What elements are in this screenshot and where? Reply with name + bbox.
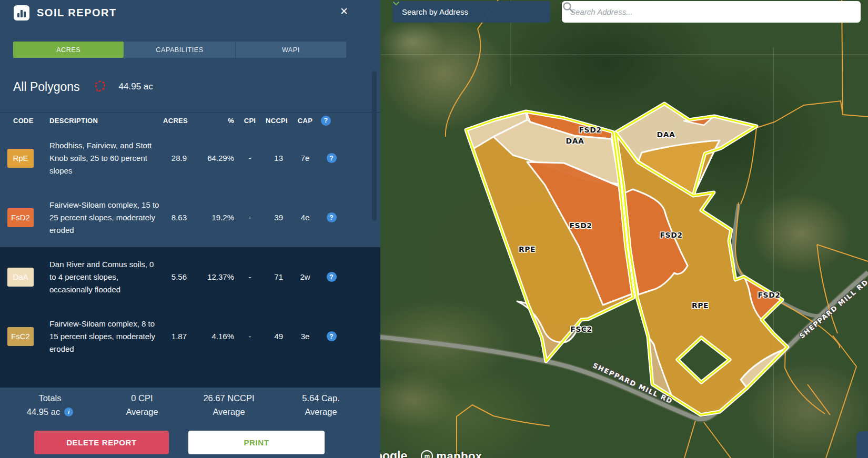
- tab-bar: ACRESCAPABILITIESWAPI: [13, 42, 346, 58]
- soil-polygon-left: [466, 111, 633, 361]
- all-polygons-row[interactable]: All Polygons 44.95 ac: [13, 74, 153, 100]
- search-icon[interactable]: [562, 1, 574, 14]
- totals-row: Totals 44.95 ac i 0 CPIAverage 26.67 NCC…: [0, 388, 380, 419]
- tab-capabilities[interactable]: CAPABILITIES: [124, 42, 235, 58]
- map-soil-label-daa: DAA: [566, 137, 584, 145]
- map-control-button[interactable]: [856, 431, 868, 458]
- all-polygons-acreage: 44.95 ac: [119, 82, 153, 92]
- table-row-FsC2[interactable]: FsC2Fairview-Siloam complex, 8 to 15 per…: [0, 307, 380, 366]
- cell-cap: 7e: [289, 154, 321, 162]
- close-icon[interactable]: ✕: [340, 6, 348, 17]
- cap-help-icon[interactable]: ?: [321, 116, 331, 126]
- col-header-acres: ACRES: [163, 117, 187, 125]
- panel-header: SOIL REPORT ✕: [0, 0, 380, 32]
- map-soil-label-fsd2: FSD2: [660, 231, 682, 239]
- map-soil-label-fsc2: FSC2: [570, 325, 592, 333]
- table-row-RpE[interactable]: RpERhodhiss, Fairview, and Stott Knob so…: [0, 128, 380, 188]
- search-type-label: Search by Address: [402, 7, 468, 16]
- cell-description: Dan River and Comus soils, 0 to 4 percen…: [34, 258, 163, 296]
- cell-cpi: -: [234, 213, 266, 222]
- soil-code-badge: FsD2: [7, 208, 34, 227]
- cell-cpi: -: [234, 272, 266, 281]
- cell-acres: 1.87: [163, 332, 187, 341]
- map-overlay: FSD2DAADAAFSD2FSD2RPERPEFSC2FSD2 SHEPPAR…: [380, 0, 868, 458]
- col-header-description: DESCRIPTION: [34, 117, 163, 125]
- row-help-icon[interactable]: ?: [327, 212, 337, 222]
- soil-report-panel: SOIL REPORT ✕ ACRESCAPABILITIESWAPI All …: [0, 0, 380, 458]
- col-header-code: CODE: [0, 117, 34, 125]
- cell-percent: 19.2%: [187, 213, 234, 222]
- totals-nccpi: 26.67 NCCPIAverage: [184, 392, 274, 419]
- cell-cpi: -: [234, 332, 266, 341]
- cell-nccpi: 13: [266, 154, 289, 162]
- soil-code-badge: FsC2: [7, 327, 34, 346]
- col-header-cpi: CPI: [234, 117, 266, 125]
- table-filler: [0, 366, 380, 388]
- cell-acres: 5.56: [163, 272, 187, 281]
- print-button[interactable]: PRINT: [188, 431, 325, 454]
- delete-report-button[interactable]: DELETE REPORT: [34, 431, 169, 454]
- col-header-cap: CAP: [289, 117, 321, 125]
- panel-footer: Totals 44.95 ac i 0 CPIAverage 26.67 NCC…: [0, 388, 380, 458]
- cell-cap: 3e: [289, 332, 321, 341]
- tab-acres[interactable]: ACRES: [13, 42, 124, 58]
- cell-percent: 12.37%: [187, 272, 234, 281]
- map-soil-label-rpe: RPE: [519, 245, 536, 253]
- cell-percent: 64.29%: [187, 154, 234, 162]
- map-soil-label-rpe: RPE: [692, 301, 709, 310]
- cell-cap: 4e: [289, 213, 321, 222]
- page-title: SOIL REPORT: [37, 7, 117, 19]
- cell-acres: 28.9: [163, 154, 187, 162]
- cell-cpi: -: [234, 154, 266, 162]
- col-header-nccpi: NCCPI: [266, 117, 289, 125]
- cell-nccpi: 39: [266, 213, 289, 222]
- map-soil-label-fsd2: FSD2: [758, 291, 780, 299]
- mapbox-logo: mapbox: [436, 450, 482, 458]
- totals-cap: 5.64 Cap.Average: [274, 392, 368, 419]
- soil-code-badge: DaA: [7, 268, 34, 287]
- row-help-icon[interactable]: ?: [327, 153, 337, 163]
- cell-nccpi: 49: [266, 332, 289, 341]
- cell-description: Fairview-Siloam complex, 8 to 15 percent…: [34, 318, 163, 355]
- row-help-icon[interactable]: ?: [327, 331, 337, 341]
- polygon-icon: [93, 79, 107, 94]
- cell-nccpi: 71: [266, 272, 289, 281]
- google-logo: Google: [380, 449, 407, 458]
- info-icon[interactable]: i: [64, 408, 73, 416]
- report-chart-icon: [14, 5, 29, 21]
- cell-description: Rhodhiss, Fairview, and Stott Knob soils…: [34, 139, 163, 177]
- search-input[interactable]: [562, 7, 861, 16]
- search-type-dropdown[interactable]: Search by Address: [392, 1, 550, 23]
- map-road-label: SHEPPARD MILL RD: [798, 278, 868, 340]
- soil-code-badge: RpE: [7, 149, 34, 168]
- totals-acres: Totals 44.95 ac i: [0, 392, 100, 419]
- panel-scrollbar[interactable]: [372, 71, 377, 221]
- mapbox-icon: m: [421, 450, 433, 458]
- col-header-pct: %: [187, 117, 234, 125]
- satellite-map[interactable]: FSD2DAADAAFSD2FSD2RPERPEFSC2FSD2 SHEPPAR…: [380, 0, 868, 458]
- map-soil-label-fsd2: FSD2: [579, 126, 601, 134]
- soil-table-header: CODE DESCRIPTION ACRES % CPI NCCPI CAP ?: [0, 113, 380, 128]
- map-soil-label-daa: DAA: [657, 130, 675, 139]
- soil-table: CODE DESCRIPTION ACRES % CPI NCCPI CAP ?…: [0, 112, 380, 388]
- cell-cap: 2w: [289, 272, 321, 281]
- table-row-DaA[interactable]: DaADan River and Comus soils, 0 to 4 per…: [0, 247, 380, 307]
- map-soil-label-fsd2: FSD2: [569, 221, 592, 230]
- cell-percent: 4.16%: [187, 332, 234, 341]
- all-polygons-label: All Polygons: [13, 80, 80, 94]
- chevron-down-icon: [392, 1, 400, 6]
- tab-wapi[interactable]: WAPI: [236, 42, 346, 58]
- search-bar: [562, 1, 861, 23]
- map-attribution: Google m mapbox: [380, 449, 482, 458]
- cell-description: Fairview-Siloam complex, 15 to 25 percen…: [34, 199, 163, 237]
- totals-cpi: 0 CPIAverage: [100, 392, 184, 419]
- row-help-icon[interactable]: ?: [327, 272, 337, 282]
- cell-acres: 8.63: [163, 213, 187, 222]
- table-row-FsD2[interactable]: FsD2Fairview-Siloam complex, 15 to 25 pe…: [0, 188, 380, 247]
